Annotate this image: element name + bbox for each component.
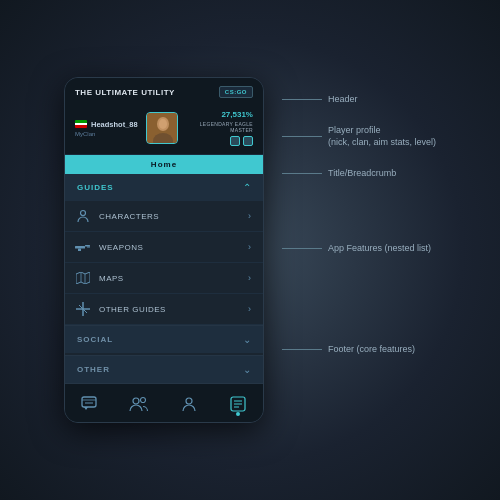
rank-icons — [230, 136, 253, 146]
svg-rect-7 — [78, 249, 81, 252]
annotation-footer: Footer (core features) — [282, 343, 436, 356]
player-rank: LEGENDARY EAGLE MASTER — [186, 121, 253, 133]
home-tab[interactable]: Home — [65, 155, 263, 174]
annotation-line-5 — [282, 349, 322, 350]
annotation-player-text: Player profile(nick, clan, aim stats, le… — [328, 124, 436, 149]
header: THE ULTIMATE UTILITY CS:GO — [65, 78, 263, 104]
footer-profile-icon[interactable] — [175, 392, 203, 416]
menu-item-left-weapons: WEAPONS — [75, 239, 143, 255]
rank-icon-2 — [243, 136, 253, 146]
annotation-breadcrumb: Title/Breadcrumb — [282, 167, 436, 180]
svg-rect-5 — [75, 246, 85, 249]
annotation-player: Player profile(nick, clan, aim stats, le… — [282, 124, 436, 149]
other-guides-label: OTHER GUIDES — [99, 305, 166, 314]
svg-marker-9 — [76, 272, 90, 284]
annotation-header: Header — [282, 93, 436, 106]
svg-point-21 — [186, 398, 192, 404]
characters-icon — [75, 208, 91, 224]
app-wrapper: THE ULTIMATE UTILITY CS:GO Headshot_88 M… — [64, 77, 436, 423]
footer-chat-icon[interactable] — [76, 392, 104, 416]
svg-rect-15 — [82, 397, 96, 407]
guides-chevron-up-icon: ⌃ — [243, 182, 251, 193]
flag-icon — [75, 120, 87, 128]
svg-point-19 — [133, 398, 139, 404]
footer-active-dot — [236, 412, 240, 416]
characters-label: CHARACTERS — [99, 212, 159, 221]
footer — [65, 383, 263, 422]
other-chevron-down-icon: ⌄ — [243, 364, 251, 375]
weapons-arrow-icon: › — [248, 242, 251, 252]
menu-item-characters[interactable]: CHARACTERS › — [65, 201, 263, 232]
player-stats: 27,531% LEGENDARY EAGLE MASTER — [186, 110, 253, 146]
svg-rect-8 — [87, 247, 90, 248]
weapons-icon — [75, 239, 91, 255]
menu-item-weapons[interactable]: WEAPONS › — [65, 232, 263, 263]
footer-people-icon[interactable] — [125, 392, 153, 416]
social-chevron-down-icon: ⌄ — [243, 334, 251, 345]
player-clan: MyClan — [75, 131, 138, 137]
app-title: THE ULTIMATE UTILITY — [75, 88, 175, 97]
social-label: SOCIAL — [77, 335, 113, 344]
player-profile: Headshot_88 MyClan 27,531% LEGENDARY EAG… — [65, 104, 263, 155]
guides-section-header[interactable]: GUIDES ⌃ — [65, 174, 263, 201]
annotations-panel: Header Player profile(nick, clan, aim st… — [282, 77, 436, 364]
menu-item-left: CHARACTERS — [75, 208, 159, 224]
annotation-line — [282, 99, 322, 100]
csgo-badge: CS:GO — [219, 86, 253, 98]
svg-point-4 — [80, 211, 85, 216]
player-info: Headshot_88 MyClan — [75, 120, 138, 137]
other-guides-arrow-icon: › — [248, 304, 251, 314]
annotation-header-text: Header — [328, 93, 358, 106]
menu-item-left-other: OTHER GUIDES — [75, 301, 166, 317]
maps-label: MAPS — [99, 274, 124, 283]
menu-item-maps[interactable]: MAPS › — [65, 263, 263, 294]
annotation-breadcrumb-text: Title/Breadcrumb — [328, 167, 396, 180]
annotation-footer-text: Footer (core features) — [328, 343, 415, 356]
annotation-line-4 — [282, 248, 322, 249]
menu-item-left-maps: MAPS — [75, 270, 124, 286]
rank-icon-1 — [230, 136, 240, 146]
other-guides-icon — [75, 301, 91, 317]
svg-rect-6 — [85, 245, 90, 247]
weapons-label: WEAPONS — [99, 243, 143, 252]
svg-marker-18 — [84, 407, 88, 410]
annotation-features: App Features (nested list) — [282, 242, 436, 255]
player-percent: 27,531% — [221, 110, 253, 119]
footer-list-icon[interactable] — [224, 392, 252, 416]
svg-point-20 — [141, 398, 146, 403]
player-nick: Headshot_88 — [91, 120, 138, 129]
annotation-line-3 — [282, 173, 322, 174]
phone: THE ULTIMATE UTILITY CS:GO Headshot_88 M… — [64, 77, 264, 423]
flag-row: Headshot_88 — [75, 120, 138, 129]
characters-arrow-icon: › — [248, 211, 251, 221]
maps-icon — [75, 270, 91, 286]
svg-point-3 — [159, 119, 167, 129]
social-section-header[interactable]: SOCIAL ⌄ — [65, 325, 263, 353]
other-label: OTHER — [77, 365, 110, 374]
guides-label: GUIDES — [77, 183, 114, 192]
menu-body: GUIDES ⌃ CHARACTERS › — [65, 174, 263, 383]
other-section-header[interactable]: OTHER ⌄ — [65, 355, 263, 383]
annotation-line-2 — [282, 136, 322, 137]
menu-item-other-guides[interactable]: OTHER GUIDES › — [65, 294, 263, 325]
maps-arrow-icon: › — [248, 273, 251, 283]
avatar — [146, 112, 178, 144]
annotation-features-text: App Features (nested list) — [328, 242, 431, 255]
